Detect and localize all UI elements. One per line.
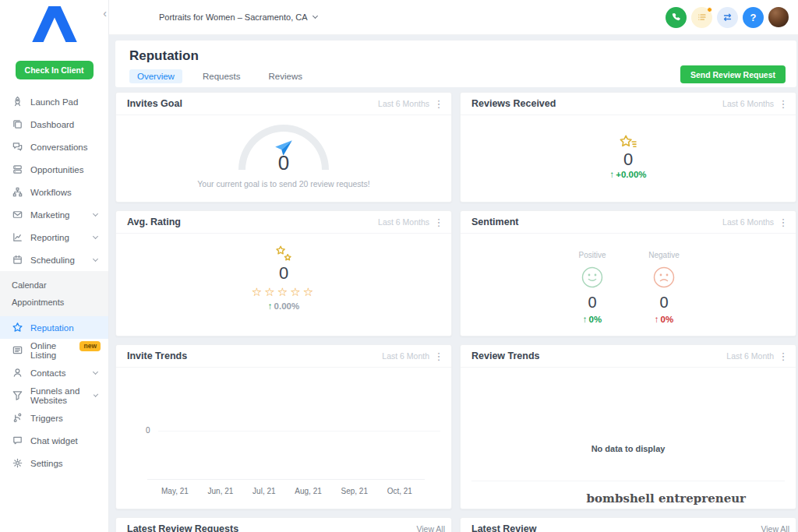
sidebar-item-calendar[interactable]: Calendar — [0, 277, 108, 294]
conversations-icon — [12, 141, 23, 153]
workflows-icon — [12, 186, 23, 198]
sidebar-item-label: Reporting — [30, 233, 69, 242]
phone-button[interactable] — [666, 7, 687, 28]
card-title: Reviews Received — [471, 98, 556, 109]
check-in-client-button[interactable]: Check In Client — [16, 61, 94, 79]
happy-face-icon — [581, 266, 604, 289]
sidebar-item-conversations[interactable]: Conversations — [0, 136, 108, 158]
kebab-menu-icon[interactable]: ⋮ — [433, 217, 445, 228]
positive-value: 0 — [588, 294, 596, 312]
sidebar-item-funnels-and-websites[interactable]: Funnels and Websites — [0, 384, 108, 407]
sidebar-item-chat-widget[interactable]: Chat widget — [0, 429, 108, 452]
sidebar-item-opportunities[interactable]: Opportunities — [0, 158, 108, 181]
sidebar-item-reporting[interactable]: Reporting — [0, 226, 108, 248]
sidebar-nav: Launch Pad Dashboard Conversations Oppor… — [0, 90, 108, 474]
star-outline-icon: ☆ — [252, 285, 264, 298]
x-tick-label: May, 21 — [161, 487, 189, 495]
x-tick-label: Sep, 21 — [341, 487, 367, 495]
x-tick-label: Jul, 21 — [252, 487, 275, 495]
tab-overview[interactable]: Overview — [129, 69, 182, 83]
chevron-down-icon — [312, 13, 318, 19]
star-outline-icon: ☆ — [290, 285, 302, 298]
sidebar-item-reputation[interactable]: Reputation — [0, 316, 108, 339]
main-content: Reputation Overview Requests Reviews Sen… — [109, 35, 798, 532]
sidebar-item-label: Chat widget — [30, 436, 78, 446]
sidebar-collapse-icon[interactable]: ‹ — [103, 8, 107, 19]
kebab-menu-icon[interactable]: ⋮ — [777, 217, 789, 228]
avg-rating-value: 0 — [279, 263, 288, 284]
new-badge: new — [79, 341, 101, 351]
listing-icon — [12, 344, 23, 356]
invite-trends-card: Invite Trends Last 6 Month ⋮ 0 May, 21 J… — [115, 344, 452, 509]
sidebar-item-label: Conversations — [30, 143, 88, 152]
card-title: Invite Trends — [127, 351, 187, 361]
tab-reviews[interactable]: Reviews — [261, 69, 310, 83]
kebab-menu-icon[interactable]: ⋮ — [433, 351, 445, 362]
chevron-down-icon — [93, 210, 98, 216]
mail-icon — [12, 209, 23, 220]
latest-review-requests-card: Latest Review Requests View All — [115, 517, 452, 532]
double-star-icon — [274, 245, 294, 263]
invite-trends-chart: 0 May, 21 Jun, 21 Jul, 21 Aug, 21 Sep, 2… — [116, 368, 451, 509]
app-logo — [0, 0, 108, 42]
reviews-received-delta: ↑+0.00% — [609, 170, 646, 179]
kebab-menu-icon[interactable]: ⋮ — [777, 98, 789, 110]
review-trends-chart: No data to display bombshell entrepreneu… — [461, 368, 796, 509]
location-name: Portraits for Women – Sacramento, CA — [159, 12, 308, 22]
sidebar-item-online-listing[interactable]: Online Listing new — [0, 339, 108, 361]
card-title: Invites Goal — [127, 98, 182, 109]
tab-requests[interactable]: Requests — [195, 69, 249, 83]
sentiment-positive: Positive 0 ↑0% — [570, 251, 615, 324]
sad-face-icon — [652, 266, 676, 289]
send-review-request-button[interactable]: Send Review Request — [680, 65, 786, 83]
opportunities-icon — [12, 164, 23, 175]
up-arrow-icon: ↑ — [655, 315, 659, 324]
dashboard-grid: Invites Goal Last 6 Months ⋮ 0 Your curr… — [115, 92, 796, 532]
sidebar-item-triggers[interactable]: Triggers — [0, 407, 108, 429]
star-outline-icon: ☆ — [264, 285, 277, 298]
tasks-button[interactable] — [691, 7, 712, 28]
period-label: Last 6 Month — [726, 351, 774, 361]
rocket-icon — [12, 96, 23, 107]
sidebar-item-workflows[interactable]: Workflows — [0, 181, 108, 203]
avg-rating-delta: ↑0.00% — [268, 301, 299, 311]
up-arrow-icon: ↑ — [583, 315, 588, 324]
switch-account-button[interactable] — [717, 7, 738, 28]
star-icon — [12, 322, 23, 333]
topbar-actions: ? — [666, 7, 789, 28]
sidebar-item-label: Opportunities — [30, 165, 83, 174]
calendar-icon — [12, 254, 23, 266]
kebab-menu-icon[interactable]: ⋮ — [433, 98, 445, 110]
sidebar-item-marketing[interactable]: Marketing — [0, 203, 108, 226]
y-axis-zero-label: 0 — [146, 426, 150, 435]
avg-rating-card: Avg. Rating Last 6 Months ⋮ 0 ☆☆☆☆☆ ↑0.0… — [115, 210, 452, 336]
sidebar-item-appointments[interactable]: Appointments — [0, 294, 108, 311]
chat-bubble-icon — [12, 435, 23, 446]
card-title: Avg. Rating — [127, 217, 181, 227]
positive-delta: ↑0% — [583, 315, 602, 324]
funnel-icon — [12, 389, 23, 401]
kebab-menu-icon[interactable]: ⋮ — [777, 351, 789, 362]
view-all-link[interactable]: View All — [416, 524, 445, 532]
period-label: Last 6 Months — [722, 99, 774, 108]
negative-value: 0 — [659, 294, 668, 312]
sidebar-item-contacts[interactable]: Contacts — [0, 361, 108, 384]
view-all-link[interactable]: View All — [761, 524, 789, 532]
negative-delta: ↑0% — [655, 315, 673, 324]
sidebar-item-settings[interactable]: Settings — [0, 452, 108, 474]
sentiment-card: Sentiment Last 6 Months ⋮ Positive — [460, 210, 796, 336]
user-avatar[interactable] — [768, 7, 789, 27]
location-selector[interactable]: Portraits for Women – Sacramento, CA — [159, 12, 320, 22]
x-axis-labels: May, 21 Jun, 21 Jul, 21 Aug, 21 Sep, 21 … — [161, 487, 412, 495]
x-tick-label: Aug, 21 — [295, 487, 321, 495]
star-outline-icon: ☆ — [277, 285, 290, 298]
sidebar-item-scheduling[interactable]: Scheduling — [0, 248, 108, 271]
branch-icon — [12, 412, 23, 424]
sidebar-item-launch-pad[interactable]: Launch Pad — [0, 90, 108, 113]
period-label: Last 6 Months — [378, 217, 429, 227]
invites-goal-card: Invites Goal Last 6 Months ⋮ 0 Your curr… — [115, 92, 452, 203]
help-button[interactable]: ? — [743, 7, 764, 28]
reviews-received-card: Reviews Received Last 6 Months ⋮ 0 ↑+0.0… — [460, 92, 796, 203]
sidebar-item-dashboard[interactable]: Dashboard — [0, 113, 108, 136]
sidebar-item-label: Marketing — [30, 210, 70, 220]
